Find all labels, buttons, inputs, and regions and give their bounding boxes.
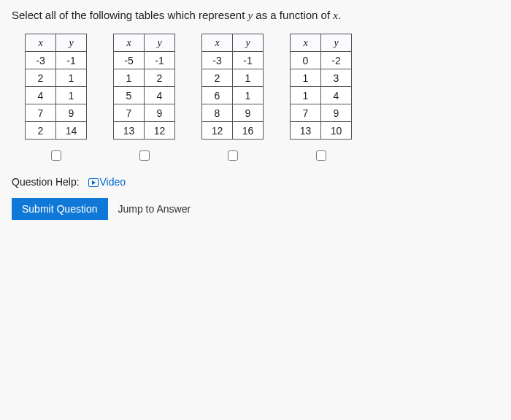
table-row: 12 bbox=[114, 69, 175, 87]
table-row: 21 bbox=[202, 69, 264, 87]
col-header-y: y bbox=[145, 34, 175, 52]
prompt-post: . bbox=[338, 9, 341, 21]
table-block-2: xy -5-1 12 54 79 1312 bbox=[113, 34, 175, 163]
col-header-x: x bbox=[291, 34, 321, 52]
col-header-x: x bbox=[202, 34, 233, 52]
data-table-4: xy 0-2 13 14 79 1310 bbox=[290, 34, 352, 140]
table-row: 1312 bbox=[114, 122, 175, 140]
video-link-label: Video bbox=[100, 176, 126, 188]
col-header-x: x bbox=[26, 34, 56, 52]
table-row: -3-1 bbox=[26, 52, 87, 69]
jump-to-answer-link[interactable]: Jump to Answer bbox=[118, 203, 191, 215]
button-row: Submit Question Jump to Answer bbox=[12, 198, 499, 220]
table-row: 214 bbox=[26, 122, 87, 140]
prompt-mid: as a function of bbox=[253, 9, 333, 21]
table-row: 14 bbox=[291, 87, 352, 104]
col-header-y: y bbox=[56, 34, 87, 52]
table-row: 61 bbox=[202, 87, 264, 104]
help-label: Question Help: bbox=[12, 176, 80, 188]
table-row: -3-1 bbox=[202, 52, 264, 69]
table-4-checkbox[interactable] bbox=[316, 150, 326, 161]
prompt-var-x: x bbox=[333, 9, 338, 21]
table-row: 79 bbox=[291, 104, 352, 122]
table-row: 79 bbox=[26, 104, 87, 122]
table-row: 13 bbox=[291, 69, 352, 87]
data-table-1: xy -3-1 21 41 79 214 bbox=[25, 34, 87, 140]
col-header-y: y bbox=[233, 34, 264, 52]
table-1-checkbox[interactable] bbox=[51, 150, 61, 161]
table-row: 1310 bbox=[291, 122, 352, 140]
tables-container: xy -3-1 21 41 79 214 xy -5-1 12 54 79 13… bbox=[12, 34, 499, 163]
data-table-3: xy -3-1 21 61 89 1216 bbox=[201, 34, 264, 140]
table-row: 54 bbox=[114, 87, 175, 104]
question-help-row: Question Help: Video bbox=[12, 176, 499, 188]
table-block-1: xy -3-1 21 41 79 214 bbox=[25, 34, 87, 163]
table-block-3: xy -3-1 21 61 89 1216 bbox=[201, 34, 264, 163]
table-row: 21 bbox=[26, 69, 87, 87]
table-3-checkbox[interactable] bbox=[228, 150, 238, 161]
question-prompt: Select all of the following tables which… bbox=[12, 9, 499, 22]
data-table-2: xy -5-1 12 54 79 1312 bbox=[113, 34, 175, 140]
col-header-x: x bbox=[114, 34, 145, 52]
table-row: 79 bbox=[114, 104, 175, 122]
table-2-checkbox[interactable] bbox=[139, 150, 150, 161]
video-icon bbox=[88, 178, 99, 187]
table-block-4: xy 0-2 13 14 79 1310 bbox=[290, 34, 352, 163]
prompt-pre: Select all of the following tables which… bbox=[12, 9, 248, 21]
table-row: 89 bbox=[202, 104, 264, 122]
table-row: 41 bbox=[26, 87, 87, 104]
table-row: -5-1 bbox=[114, 52, 175, 69]
table-row: 1216 bbox=[202, 122, 264, 140]
table-row: 0-2 bbox=[291, 52, 352, 69]
video-link[interactable]: Video bbox=[88, 176, 126, 188]
col-header-y: y bbox=[321, 34, 352, 52]
submit-button[interactable]: Submit Question bbox=[12, 198, 108, 220]
